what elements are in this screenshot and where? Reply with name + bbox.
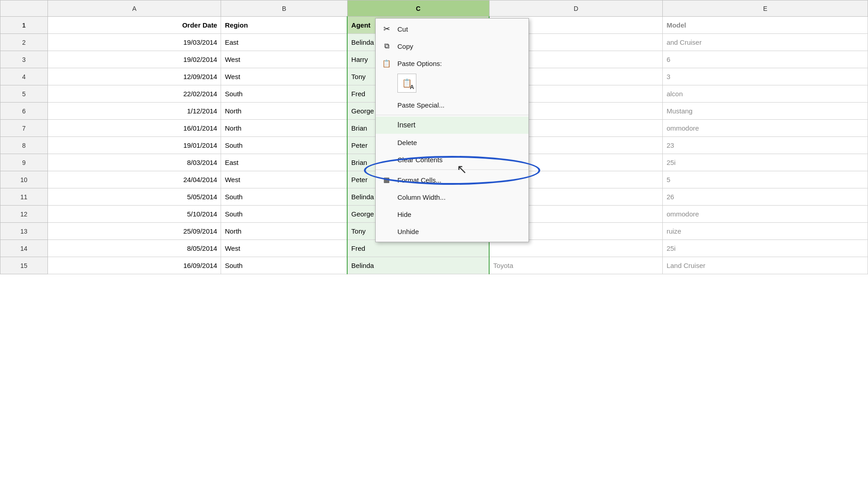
cell-date[interactable]: 16/01/2014 (47, 120, 221, 137)
format-cells-icon: ▦ (381, 174, 392, 185)
cell-date[interactable]: 8/05/2014 (47, 240, 221, 257)
row-num: 10 (0, 171, 48, 188)
paste-options-icon: 📋 (381, 58, 392, 69)
cell-model[interactable]: 25i (663, 154, 868, 171)
header-model[interactable]: Model (663, 17, 868, 34)
row-num: 3 (0, 51, 48, 68)
cell-date[interactable]: 19/01/2014 (47, 137, 221, 154)
row-num: 6 (0, 103, 48, 120)
row-num: 1 (0, 17, 48, 34)
header-order-date[interactable]: Order Date (47, 17, 221, 34)
cell-region[interactable]: West (221, 68, 347, 85)
menu-item-format-cells[interactable]: ▦ Format Cells... (376, 171, 528, 188)
col-header-b[interactable]: B (221, 0, 347, 17)
cut-icon: ✂ (381, 23, 392, 34)
cell-region[interactable]: East (221, 34, 347, 51)
menu-label-cut: Cut (397, 25, 408, 33)
col-header-e[interactable]: E (663, 0, 868, 17)
cell-region[interactable]: North (221, 120, 347, 137)
col-header-a[interactable]: A (47, 0, 221, 17)
header-region[interactable]: Region (221, 17, 347, 34)
menu-label-delete: Delete (397, 139, 417, 146)
row-num: 9 (0, 154, 48, 171)
cell-date[interactable]: 25/09/2014 (47, 223, 221, 240)
row-num: 2 (0, 34, 48, 51)
menu-label-clear-contents: Clear Contents (397, 156, 443, 164)
menu-item-hide[interactable]: Hide (376, 206, 528, 223)
menu-label-insert: Insert (397, 121, 415, 129)
table-row: 14 8/05/2014 West Fred 25i (0, 240, 868, 257)
cell-date[interactable]: 16/09/2014 (47, 257, 221, 274)
cell-region[interactable]: South (221, 257, 347, 274)
cell-date[interactable]: 1/12/2014 (47, 103, 221, 120)
cell-model[interactable]: 25i (663, 240, 868, 257)
cell-region[interactable]: South (221, 206, 347, 223)
cell-region[interactable]: North (221, 103, 347, 120)
context-menu: ✂ Cut ⧉ Copy 📋 Paste Options: 📋A Paste S… (375, 18, 529, 242)
delete-spacer (381, 137, 392, 148)
cell-agent[interactable]: Fred (347, 240, 489, 257)
cell-region[interactable]: East (221, 154, 347, 171)
menu-separator-2 (376, 169, 528, 170)
row-num: 13 (0, 223, 48, 240)
menu-item-clear-contents[interactable]: Clear Contents (376, 151, 528, 168)
cell-date[interactable]: 19/02/2014 (47, 51, 221, 68)
cell-agent[interactable]: Belinda (347, 257, 489, 274)
menu-label-unhide: Unhide (397, 228, 419, 235)
cell-model[interactable]: 6 (663, 51, 868, 68)
cell-region[interactable]: North (221, 223, 347, 240)
menu-item-delete[interactable]: Delete (376, 134, 528, 151)
column-width-spacer (381, 192, 392, 202)
menu-item-insert[interactable]: Insert (376, 117, 528, 134)
cell-model[interactable]: 26 (663, 188, 868, 206)
menu-item-paste-options: 📋 Paste Options: (376, 55, 528, 72)
row-num: 11 (0, 188, 48, 206)
cell-model[interactable]: Land Cruiser (663, 257, 868, 274)
cell-model[interactable]: alcon (663, 85, 868, 103)
menu-separator-1 (376, 115, 528, 115)
copy-icon: ⧉ (381, 41, 392, 52)
cell-d[interactable] (489, 240, 663, 257)
cell-model[interactable]: ommodore (663, 120, 868, 137)
menu-label-copy: Copy (397, 42, 413, 50)
col-header-c[interactable]: C (347, 0, 489, 17)
cell-region[interactable]: South (221, 137, 347, 154)
row-num: 15 (0, 257, 48, 274)
paste-special-spacer (381, 99, 392, 110)
cell-model[interactable]: Mustang (663, 103, 868, 120)
clear-spacer (381, 154, 392, 165)
cell-region[interactable]: West (221, 51, 347, 68)
menu-item-paste-special[interactable]: Paste Special... (376, 96, 528, 113)
cell-date[interactable]: 24/04/2014 (47, 171, 221, 188)
cell-date[interactable]: 22/02/2014 (47, 85, 221, 103)
cell-date[interactable]: 19/03/2014 (47, 34, 221, 51)
cell-date[interactable]: 8/03/2014 (47, 154, 221, 171)
cell-d[interactable]: Toyota (489, 257, 663, 274)
cell-date[interactable]: 5/10/2014 (47, 206, 221, 223)
cell-region[interactable]: South (221, 188, 347, 206)
cell-model[interactable]: 5 (663, 171, 868, 188)
cell-date[interactable]: 5/05/2014 (47, 188, 221, 206)
row-num: 4 (0, 68, 48, 85)
col-header-d[interactable]: D (489, 0, 663, 17)
cell-region[interactable]: West (221, 240, 347, 257)
paste-icon-text[interactable]: 📋A (397, 74, 416, 93)
cell-model[interactable]: ruize (663, 223, 868, 240)
cell-date[interactable]: 12/09/2014 (47, 68, 221, 85)
cell-model[interactable]: and Cruiser (663, 34, 868, 51)
menu-label-format-cells: Format Cells... (397, 176, 442, 184)
menu-label-column-width: Column Width... (397, 193, 446, 201)
cell-region[interactable]: West (221, 171, 347, 188)
cell-model[interactable]: ommodore (663, 206, 868, 223)
cell-model[interactable]: 23 (663, 137, 868, 154)
menu-item-unhide[interactable]: Unhide (376, 223, 528, 240)
cell-model[interactable]: 3 (663, 68, 868, 85)
menu-item-copy[interactable]: ⧉ Copy (376, 38, 528, 55)
menu-item-cut[interactable]: ✂ Cut (376, 20, 528, 38)
table-row: 15 16/09/2014 South Belinda Toyota Land … (0, 257, 868, 274)
paste-options-icons: 📋A (376, 72, 528, 96)
cell-region[interactable]: South (221, 85, 347, 103)
row-num: 5 (0, 85, 48, 103)
spreadsheet-container: A B C D E 1 Order Date Region Agent Mode… (0, 0, 868, 488)
menu-item-column-width[interactable]: Column Width... (376, 188, 528, 206)
